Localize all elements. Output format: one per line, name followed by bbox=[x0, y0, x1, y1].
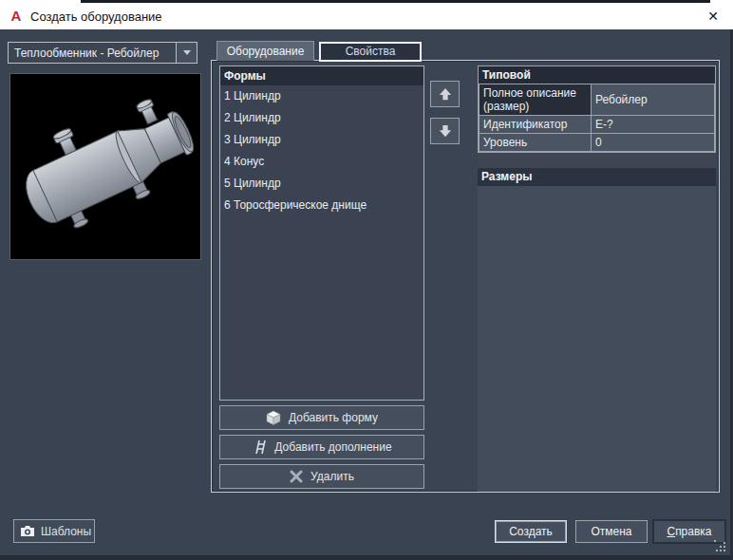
table-row[interactable]: Уровень 0 bbox=[479, 134, 715, 152]
list-item[interactable]: 2 Цилиндр bbox=[220, 107, 423, 129]
tab-properties[interactable]: Свойства bbox=[319, 42, 422, 62]
property-label[interactable]: Идентификатор bbox=[479, 116, 592, 134]
delete-button[interactable]: Удалить bbox=[219, 464, 424, 489]
table-row[interactable]: Полное описание (размер) Ребойлер bbox=[479, 84, 715, 116]
help-label: Справка bbox=[667, 525, 711, 538]
general-group: Типовой Полное описание (размер) Ребойле… bbox=[478, 65, 716, 153]
general-properties-table: Полное описание (размер) Ребойлер Иденти… bbox=[479, 84, 715, 152]
cancel-button[interactable]: Отмена bbox=[575, 520, 648, 543]
x-delete-icon bbox=[290, 470, 303, 483]
chevron-down-icon bbox=[183, 50, 191, 55]
property-value[interactable]: Ребойлер bbox=[592, 84, 715, 116]
property-value[interactable]: 0 bbox=[592, 134, 715, 152]
equipment-preview bbox=[9, 73, 201, 260]
shapes-list[interactable]: Формы 1 Цилиндр 2 Цилиндр 3 Цилиндр 4 Ко… bbox=[219, 65, 424, 401]
add-attachment-label: Добавить дополнение bbox=[274, 440, 391, 454]
equipment-type-value: Теплообменник - Ребойлер bbox=[9, 47, 176, 60]
dimensions-group-header: Размеры bbox=[478, 168, 716, 186]
create-button[interactable]: Создать bbox=[495, 520, 567, 543]
add-shape-label: Добавить форму bbox=[289, 411, 378, 424]
autocad-logo-icon: A bbox=[9, 9, 24, 24]
property-value[interactable]: E-? bbox=[592, 116, 715, 134]
tab-equipment[interactable]: Оборудование bbox=[216, 41, 314, 61]
camera-icon bbox=[20, 525, 35, 537]
add-attachment-button[interactable]: Добавить дополнение bbox=[219, 435, 424, 459]
list-item[interactable]: 4 Конус bbox=[220, 151, 423, 173]
list-item[interactable]: 3 Цилиндр bbox=[220, 129, 423, 151]
cancel-label: Отмена bbox=[591, 525, 631, 538]
equipment-tab-page: Формы 1 Цилиндр 2 Цилиндр 3 Цилиндр 4 Ко… bbox=[211, 60, 720, 493]
reboiler-3d-image bbox=[10, 74, 200, 259]
titlebar: A Создать оборудование ✕ bbox=[0, 3, 733, 29]
general-group-header: Типовой bbox=[479, 66, 715, 84]
dimensions-group: Размеры bbox=[478, 168, 716, 492]
templates-button[interactable]: Шаблоны bbox=[13, 519, 95, 543]
delete-label: Удалить bbox=[310, 470, 354, 483]
add-shape-button[interactable]: Добавить форму bbox=[219, 405, 424, 430]
arrow-up-icon bbox=[439, 87, 452, 101]
arrow-down-icon bbox=[439, 124, 452, 138]
equipment-type-select[interactable]: Теплообменник - Ребойлер bbox=[8, 42, 197, 64]
grip-dots-icon bbox=[714, 540, 716, 542]
property-label[interactable]: Полное описание (размер) bbox=[479, 84, 592, 116]
cube-icon bbox=[266, 410, 281, 425]
list-item[interactable]: 6 Торосферическое днище bbox=[220, 195, 423, 216]
dialog-bottom-edge bbox=[0, 555, 733, 560]
window-title: Создать оборудование bbox=[30, 9, 162, 24]
create-label: Создать bbox=[509, 525, 553, 538]
properties-panel: Типовой Полное описание (размер) Ребойле… bbox=[478, 64, 716, 492]
move-down-button[interactable] bbox=[430, 118, 460, 144]
table-row[interactable]: Идентификатор E-? bbox=[479, 116, 715, 134]
property-label[interactable]: Уровень bbox=[479, 134, 592, 152]
move-up-button[interactable] bbox=[430, 81, 460, 107]
resize-grip[interactable] bbox=[714, 540, 727, 553]
ladder-icon bbox=[252, 439, 267, 455]
close-icon: ✕ bbox=[707, 9, 719, 24]
templates-label: Шаблоны bbox=[41, 525, 91, 538]
list-item[interactable]: 5 Цилиндр bbox=[220, 173, 423, 195]
close-button[interactable]: ✕ bbox=[699, 3, 727, 29]
list-item[interactable]: 1 Цилиндр bbox=[220, 85, 423, 107]
shapes-list-header: Формы bbox=[220, 66, 423, 85]
combo-dropdown-button[interactable] bbox=[176, 43, 197, 63]
